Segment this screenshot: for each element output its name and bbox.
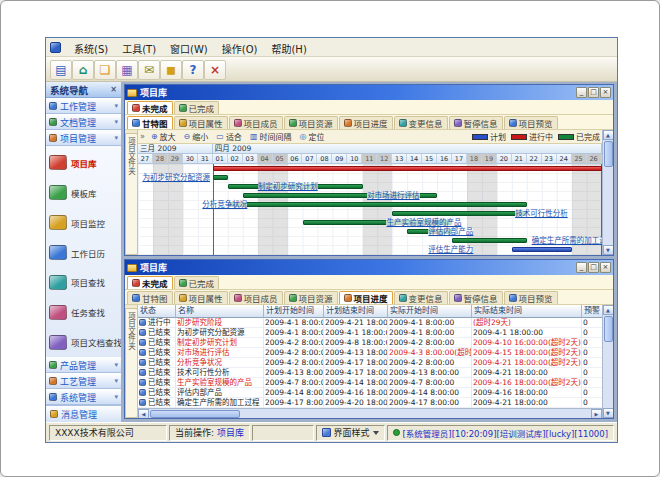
locate-icon-button[interactable]: ◎定位 [297,131,326,142]
view-tab-0[interactable]: 甘特图 [127,291,173,304]
scrollbar-thumb[interactable] [604,316,613,342]
window-titlebar[interactable]: 项目库 _□× [125,260,613,275]
menu-item-4[interactable]: 帮助(H) [264,43,313,56]
table-row-6[interactable]: 已结束生产实验室规模的产品2009-4-7 8:00:002009-4-14 1… [138,378,602,388]
scroll-down-icon[interactable]: ▼ [603,408,614,418]
exit-icon-button[interactable]: × [204,60,226,80]
side-tab-project-folders[interactable]: 项目文件夹 [125,130,138,255]
time-interval-icon-button[interactable]: ▥时间间隔 [248,131,294,142]
gantt-bar[interactable] [512,247,572,252]
sidebar-tab-messages[interactable]: 消息管理 [46,405,121,422]
scrollbar-thumb[interactable] [150,410,240,418]
column-header-3[interactable]: 计划结束时间 [324,305,388,318]
scroll-up-icon[interactable]: ▲ [603,305,614,315]
task-label[interactable]: 技术可行性分析 [515,210,568,218]
table-row-7[interactable]: 已结束评估内部产品2009-4-14 8:00:002009-4-16 18:0… [138,388,602,398]
menu-item-2[interactable]: 窗口(W) [163,43,215,56]
view-tab-5[interactable]: 变更信息 [394,116,448,129]
column-header-5[interactable]: 实际结束时间 [472,305,582,318]
gantt-bar[interactable] [228,202,527,207]
fit-icon-button[interactable]: ▭适合 [214,131,244,142]
table-row-8[interactable]: 已结束确定生产所需的加工过程2009-4-17 8:00:002009-4-20… [138,398,602,408]
view-tab-1[interactable]: 项目属性 [174,291,228,304]
table-row-5[interactable]: 已结束技术可行性分析2009-4-13 8:00:002009-4-17 18:… [138,368,602,378]
column-header-4[interactable]: 实际开始时间 [388,305,472,318]
task-label[interactable]: 制定初步研究计划 [258,183,318,191]
gantt-chart[interactable]: 为初步研究分配资源制定初步研究计划对市场进行评估分析竞争状况技术可行性分析生产实… [138,164,602,255]
view-tab-6[interactable]: 暂停信息 [449,291,503,304]
column-header-6[interactable]: 预警 [582,305,602,318]
nav-item-work-calendar[interactable]: 工作日历 [46,238,121,268]
save-icon-button[interactable]: ▤ [50,60,72,80]
task-label[interactable]: 分析竞争状况 [202,201,247,209]
nav-group-work-icon[interactable]: 工作管理▾ [46,98,121,114]
view-tab-6[interactable]: 暂停信息 [449,116,503,129]
task-label[interactable]: 生产实验室规模的产品 [386,219,461,227]
view-tab-4[interactable]: 项目进度 [339,291,393,304]
nav-item-task-search[interactable]: 任务查找 [46,297,121,327]
view-tab-3[interactable]: 项目资源 [284,116,338,129]
window-icon-button[interactable]: ❏ [94,60,116,80]
maximize-icon[interactable]: □ [588,87,599,98]
view-tab-5[interactable]: 变更信息 [394,291,448,304]
close-icon[interactable]: × [110,85,117,94]
zoom-in-icon-button[interactable]: ⊕放大 [149,131,178,142]
table-row-1[interactable]: 已结束为初步研究分配资源2009-4-1 8:00:002009-4-1 18:… [138,328,602,338]
horizontal-scrollbar[interactable]: ◀ ▶ [138,408,602,418]
menu-item-3[interactable]: 操作(O) [215,43,265,56]
nav-item-template-library[interactable]: 模板库 [46,178,121,208]
vertical-scrollbar[interactable]: ▲ ▼ [602,305,613,418]
nav-item-project-monitor[interactable]: 项目监控 [46,208,121,238]
scroll-down-icon[interactable]: ▼ [603,245,614,255]
menu-item-0[interactable]: 系统(S) [67,43,115,56]
toolbar-overflow-icon[interactable]: » [140,132,145,141]
scrollbar-thumb[interactable] [604,141,613,167]
nav-item-project-doc-search[interactable]: 项目文档查找 [46,327,121,357]
nav-item-project-library[interactable]: 项目库 [46,148,121,178]
task-label[interactable]: 对市场进行评估 [367,192,420,200]
view-tab-7[interactable]: 项目预览 [504,291,558,304]
lock-icon-button[interactable]: ◼ [160,60,182,80]
view-tab-4[interactable]: 项目进度 [339,116,393,129]
gantt-bar[interactable] [213,175,228,180]
column-header-0[interactable]: 状态 [138,305,176,318]
side-tab-project-folders[interactable]: 项目文件夹 [125,305,138,418]
home-icon-button[interactable]: ⌂ [72,60,94,80]
scroll-left-icon[interactable]: ◀ [138,409,149,419]
task-label[interactable]: 评估内部产品 [428,228,473,236]
view-tab-0[interactable]: 甘特图 [127,116,173,129]
nav-item-project-search[interactable]: 项目查找 [46,267,121,297]
minimize-icon[interactable]: _ [576,87,587,98]
nav-group-system-icon[interactable]: 系统管理▾ [46,389,121,405]
view-tab-2[interactable]: 项目成员 [229,116,283,129]
table-row-4[interactable]: 已结束分析竞争状况2009-4-2 8:00:002009-4-17 18:00… [138,358,602,368]
nav-group-process-icon[interactable]: 工艺管理▾ [46,373,121,389]
view-tab-1[interactable]: 项目属性 [174,116,228,129]
table-row-3[interactable]: 已结束对市场进行评估2009-4-2 8:00:002009-4-13 18:0… [138,348,602,358]
menu-item-1[interactable]: 工具(T) [115,43,163,56]
maximize-icon[interactable]: □ [588,262,599,273]
column-header-2[interactable]: 计划开始时间 [264,305,324,318]
nav-group-project-icon[interactable]: 项目管理▾ [46,130,121,146]
status-tab-0[interactable]: 未完成 [127,276,173,289]
status-tab-0[interactable]: 未完成 [127,101,173,114]
mail-icon-button[interactable]: ✉ [138,60,160,80]
status-tab-1[interactable]: 已完成 [174,101,220,114]
column-header-1[interactable]: 名称 [176,305,264,318]
zoom-out-icon-button[interactable]: ⊖缩小 [182,131,211,142]
gantt-bar[interactable] [392,211,527,216]
scroll-up-icon[interactable]: ▲ [603,130,614,140]
chart-icon-button[interactable]: ▦ [116,60,138,80]
view-tab-2[interactable]: 项目成员 [229,291,283,304]
close-icon[interactable]: × [600,87,611,98]
nav-group-document-icon[interactable]: 文档管理▾ [46,114,121,130]
view-tab-7[interactable]: 项目预览 [504,116,558,129]
close-icon[interactable]: × [600,262,611,273]
vertical-scrollbar[interactable]: ▲ ▼ [602,130,613,255]
scroll-right-icon[interactable]: ▶ [591,409,602,419]
gantt-bar[interactable] [452,238,527,243]
table-row-0[interactable]: 进行中初步研究阶段2009-4-1 8:00:002009-4-21 18:00… [138,318,602,328]
help-icon-button[interactable]: ? [182,60,204,80]
task-label[interactable]: 为初步研究分配资源 [142,174,210,182]
nav-group-product-icon[interactable]: 产品管理▾ [46,357,121,373]
